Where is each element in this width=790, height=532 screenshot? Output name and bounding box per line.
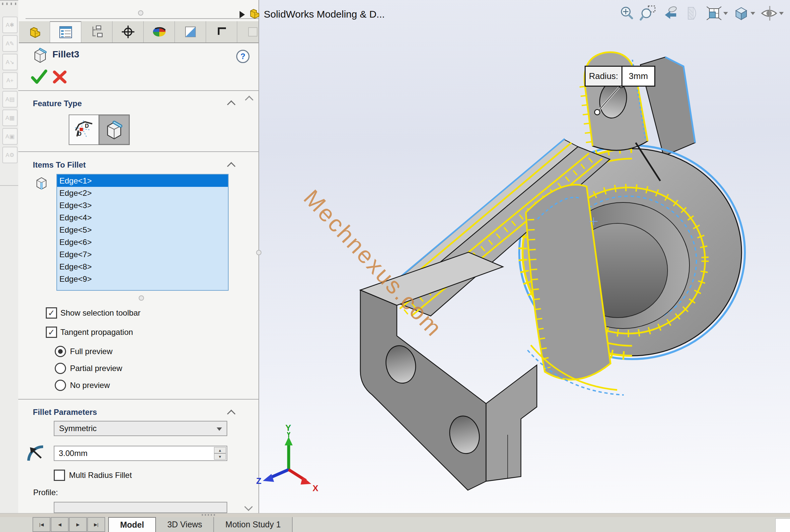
radius-input[interactable]: 3.00mm ▲ ▼ (54, 446, 227, 461)
panel-tab-configurations[interactable] (81, 21, 113, 42)
study-nav-button[interactable]: ▶ (69, 517, 87, 532)
symmetry-dropdown[interactable]: Symmetric (54, 421, 227, 436)
triad-z-label: Z (256, 476, 262, 486)
svg-text:D: D (85, 123, 89, 129)
bottom-tab-3d-views[interactable]: 3D Views (156, 517, 214, 532)
radio-circle[interactable] (55, 346, 66, 357)
study-nav-button[interactable]: |◀ (33, 517, 51, 532)
svg-text:D: D (78, 131, 82, 137)
crosshair-cursor (590, 217, 598, 225)
spin-down-button[interactable]: ▼ (214, 453, 226, 460)
custom-properties-icon (184, 25, 197, 39)
fillet-feature-icon (32, 47, 48, 63)
edge-list-item[interactable]: Edge<9> (57, 273, 228, 285)
feature-type-header[interactable]: Feature Type (33, 99, 82, 108)
annotation-save-icon[interactable]: A▦ (2, 110, 18, 126)
checkbox-box[interactable] (54, 470, 65, 481)
edge-list-item[interactable]: Edge<2> (57, 187, 228, 199)
splitter-grip[interactable] (202, 514, 215, 516)
filletxpert-button[interactable]: D D (69, 114, 100, 145)
part-icon (27, 24, 42, 39)
annotation-move-icon[interactable]: A↘ (2, 54, 18, 70)
callout-label: Radius: (585, 67, 622, 86)
callout-value[interactable]: 3mm (622, 67, 654, 86)
study-nav-button[interactable]: ▶| (87, 517, 105, 532)
panel-tab-properties[interactable] (50, 21, 81, 42)
edge-list-item[interactable]: Edge<3> (57, 199, 228, 211)
radio-label: Partial preview (70, 364, 122, 373)
panel-tab-corner[interactable] (206, 21, 237, 42)
triad-x-label: X (312, 483, 319, 493)
bottom-tab-bar: |◀◀▶▶| Model3D ViewsMotion Study 1 (0, 517, 790, 532)
model-3d-view[interactable] (258, 0, 790, 513)
items-to-fillet-header[interactable]: Items To Fillet (33, 160, 86, 170)
profile-dropdown[interactable] (54, 502, 227, 513)
edge-list-item[interactable]: Edge<1> (57, 175, 228, 187)
annotation-pattern-icon[interactable]: A▤ (2, 91, 18, 108)
configurations-icon (90, 24, 104, 39)
bottom-tab-motion-study-1[interactable]: Motion Study 1 (214, 517, 293, 532)
spin-up-button[interactable]: ▲ (214, 447, 226, 453)
fillet-parameters-header[interactable]: Fillet Parameters (33, 407, 97, 417)
checkbox-label: Tangent propagation (60, 327, 133, 337)
radio-full-preview[interactable]: Full preview (55, 346, 113, 357)
annotation-edit-icon[interactable]: A✎ (2, 35, 18, 52)
annotation-new-icon[interactable]: A✱ (2, 17, 18, 33)
panel-drag-handle[interactable] (138, 10, 143, 16)
radio-circle[interactable] (55, 380, 66, 391)
checkbox-label: Show selection toolbar (60, 308, 140, 318)
section-divider (18, 90, 258, 91)
checkbox-box[interactable]: ✓ (46, 327, 57, 338)
checkbox-box[interactable]: ✓ (46, 307, 57, 319)
dimxpert-icon (121, 24, 135, 39)
filletxpert-icon: D D (74, 119, 95, 140)
edge-list-item[interactable]: Edge<8> (57, 261, 228, 273)
radius-value: 3.00mm (59, 449, 88, 458)
checkbox-label: Multi Radius Fillet (69, 471, 132, 480)
blank (246, 25, 260, 39)
solidworks-window: A✱A✎A↘A+A▤A▦A▣A⚙ ◀ ▶ Fillet3 ? Feature T… (0, 0, 790, 532)
cancel-button[interactable] (53, 70, 67, 83)
radio-no-preview[interactable]: No preview (55, 380, 110, 391)
items-to-fillet-list[interactable]: Edge<1>Edge<2>Edge<3>Edge<4>Edge<5>Edge<… (56, 174, 229, 291)
edge-list-item[interactable]: Edge<5> (57, 224, 228, 236)
radius-stepper: ▲ ▼ (214, 447, 226, 460)
annotation-add-icon[interactable]: A+ (2, 72, 18, 89)
flyout-tree-arrow[interactable] (239, 11, 245, 18)
panel-tab-dimxpert[interactable] (113, 21, 144, 42)
chevron-down-icon (217, 428, 222, 431)
constant-size-fillet-button[interactable] (99, 114, 130, 145)
edge-list-item[interactable]: Edge<7> (57, 248, 228, 261)
orientation-triad: Z X Y (255, 425, 332, 501)
panel-tab-display-manager[interactable] (144, 21, 175, 42)
chain-gears-icon[interactable]: A⚙ (2, 147, 18, 163)
edge-list-item[interactable]: Edge<6> (57, 236, 228, 248)
radio-circle[interactable] (55, 363, 66, 374)
symmetry-value: Symmetric (59, 424, 97, 433)
edge-selection-icon (35, 175, 49, 190)
display-manager-icon (152, 24, 167, 39)
annotation-frame-icon[interactable]: A▣ (2, 128, 18, 145)
statusbar-corner (775, 518, 790, 532)
toolbar-separator (0, 185, 18, 186)
radio-partial-preview[interactable]: Partial preview (55, 363, 122, 374)
ok-button[interactable] (31, 69, 48, 84)
help-button[interactable]: ? (236, 50, 250, 63)
list-resize-handle[interactable] (139, 296, 144, 301)
triad-y-label: Y (285, 425, 291, 433)
show-selection-toolbar-checkbox[interactable]: ✓ Show selection toolbar (46, 307, 140, 319)
panel-tab-part[interactable] (19, 21, 50, 42)
study-nav-button[interactable]: ◀ (51, 517, 69, 532)
tangent-propagation-checkbox[interactable]: ✓ Tangent propagation (46, 327, 133, 338)
corner-icon (215, 25, 229, 39)
radio-label: Full preview (70, 347, 113, 356)
edge-list-item[interactable]: Edge<4> (57, 211, 228, 224)
section-divider (18, 399, 258, 400)
radius-callout[interactable]: Radius: 3mm (585, 66, 655, 87)
panel-tab-custom-properties[interactable] (175, 21, 206, 42)
tab-nav-buttons: |◀◀▶▶| (33, 517, 105, 532)
multi-radius-checkbox[interactable]: Multi Radius Fillet (54, 470, 132, 481)
section-divider (18, 151, 258, 152)
feature-title: Fillet3 (53, 49, 79, 60)
bottom-tab-model[interactable]: Model (108, 517, 156, 532)
